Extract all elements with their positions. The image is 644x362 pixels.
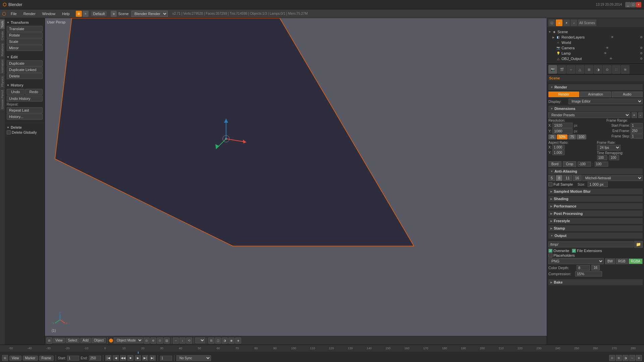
frame-step-input[interactable] bbox=[631, 134, 643, 139]
transform-icon3[interactable]: ⟲ bbox=[186, 338, 192, 344]
overwrite-checkbox[interactable]: Overwrite bbox=[548, 249, 569, 253]
tl-stop-btn[interactable]: ■ bbox=[127, 355, 133, 361]
history-title[interactable]: History bbox=[7, 82, 43, 88]
delete-globally-cb-box[interactable] bbox=[7, 130, 11, 134]
tl-extra-icon5[interactable]: ⊕ bbox=[636, 355, 642, 361]
dimensions-header[interactable]: Dimensions bbox=[548, 106, 643, 112]
tree-item-lamp[interactable]: 💡 Lamp 👁 ⚙ bbox=[548, 51, 643, 56]
close-button[interactable]: × bbox=[636, 2, 641, 7]
proportional-icon[interactable]: ⊙ bbox=[157, 338, 163, 344]
repeat-last-button[interactable]: Repeat Last bbox=[7, 107, 43, 113]
performance-header[interactable]: Performance bbox=[548, 203, 643, 209]
duplicate-button[interactable]: Duplicate bbox=[7, 60, 43, 66]
pivot-icon[interactable]: ◎ bbox=[144, 338, 150, 344]
rpt-render[interactable]: 📷 bbox=[548, 65, 557, 74]
tl-jump-start-btn[interactable]: |◀ bbox=[105, 355, 111, 361]
tl-extra-icon2[interactable]: ⊞ bbox=[616, 355, 622, 361]
rpt-particles[interactable]: ∷ bbox=[612, 65, 621, 74]
tree-item-obj-output[interactable]: △ OBJ_Output 👁 ⚙ bbox=[548, 56, 643, 61]
render-tab-audio[interactable]: Audio bbox=[612, 92, 643, 97]
rh-scene-icon[interactable]: ◈ bbox=[556, 19, 562, 26]
view-menu[interactable]: View bbox=[53, 338, 65, 343]
delete-button[interactable]: Delete bbox=[7, 73, 43, 79]
vtab-animation[interactable]: Animation bbox=[0, 58, 5, 74]
scene-toggle[interactable]: ▼ bbox=[548, 31, 552, 34]
rl-settings[interactable]: ⚙ bbox=[640, 36, 643, 39]
resolution-x-input[interactable] bbox=[552, 123, 573, 128]
output-browse-btn[interactable]: 📁 bbox=[634, 241, 643, 248]
menu-render[interactable]: Render bbox=[21, 11, 38, 16]
undo-button[interactable]: Undo bbox=[7, 89, 24, 95]
maximize-button[interactable]: □ bbox=[631, 2, 636, 7]
render-header[interactable]: Render bbox=[548, 84, 643, 90]
time-remap-new[interactable] bbox=[609, 155, 619, 160]
rh-all-scenes-btn[interactable]: All Scenes bbox=[578, 19, 596, 26]
edit-title[interactable]: Edit bbox=[7, 54, 43, 60]
placeholders-checkbox[interactable]: Placeholders bbox=[548, 253, 575, 257]
rl-visibility[interactable]: 👁 bbox=[611, 36, 614, 39]
add-menu[interactable]: Add bbox=[80, 338, 91, 343]
tl-marker-btn[interactable]: Marker bbox=[23, 356, 38, 361]
rpt-mesh[interactable]: ⊞ bbox=[585, 65, 593, 74]
resolution-y-input[interactable] bbox=[552, 128, 573, 134]
lamp-visibility[interactable]: 👁 bbox=[604, 52, 607, 55]
bord-y-input[interactable] bbox=[595, 162, 608, 167]
cam-settings[interactable]: ⚙ bbox=[640, 46, 643, 50]
cam-visibility[interactable]: 👁 bbox=[606, 46, 609, 50]
bord-x-input[interactable] bbox=[578, 162, 591, 167]
pct-75-btn[interactable]: 75 bbox=[568, 134, 576, 139]
history-ellipsis-button[interactable]: History... bbox=[7, 114, 43, 120]
layers-icon[interactable]: ⊞ bbox=[208, 338, 214, 344]
overlay-icon[interactable]: ◫ bbox=[215, 338, 221, 344]
color-depth-input[interactable] bbox=[577, 265, 590, 270]
output-header[interactable]: Output bbox=[548, 233, 643, 239]
engine-select[interactable]: Blender Render Cycles Render bbox=[131, 11, 168, 17]
presets-remove-btn[interactable]: - bbox=[638, 112, 643, 118]
aa-8-btn[interactable]: 8 bbox=[556, 175, 562, 181]
tl-extra-icon1[interactable]: ⊙ bbox=[609, 355, 615, 361]
output-path-input[interactable] bbox=[548, 241, 634, 247]
frame-rate-select[interactable]: 24 fps 25 fps 30 fps bbox=[597, 145, 621, 150]
undo-history-button[interactable]: Undo History bbox=[7, 96, 43, 102]
timeline-track[interactable] bbox=[0, 352, 644, 354]
pct-50-btn[interactable]: 50% bbox=[557, 134, 568, 139]
redo-button[interactable]: Redo bbox=[25, 89, 43, 95]
render-tab-animation[interactable]: Animation bbox=[580, 92, 611, 97]
file-ext-checkbox[interactable]: File Extensions bbox=[572, 249, 602, 253]
viewport-icon[interactable]: ⊞ bbox=[76, 11, 82, 17]
shading-icon[interactable]: ◑ bbox=[222, 338, 228, 344]
aa-16-btn[interactable]: 16 bbox=[573, 175, 582, 181]
tl-current-frame-input[interactable] bbox=[160, 356, 172, 361]
full-sample-cb[interactable] bbox=[548, 182, 552, 186]
vtab-grease-pencil[interactable]: Grease Pencil bbox=[0, 89, 5, 111]
rotate-button[interactable]: Rotate bbox=[7, 32, 43, 38]
rh-view-icon[interactable]: ◱ bbox=[548, 19, 555, 26]
aa-5-btn[interactable]: 5 bbox=[548, 175, 555, 181]
time-remap-old[interactable] bbox=[597, 155, 607, 160]
aspect-x-input[interactable] bbox=[552, 145, 565, 150]
viewport[interactable]: User Persp bbox=[45, 18, 547, 345]
select-menu[interactable]: Select bbox=[66, 338, 80, 343]
rl-toggle[interactable]: ▶ bbox=[552, 36, 556, 39]
duplicate-linked-button[interactable]: Duplicate Linked bbox=[7, 67, 43, 73]
delete-globally-checkbox[interactable]: Delete Globally bbox=[7, 130, 43, 134]
placeholders-cb[interactable] bbox=[548, 253, 552, 257]
tl-extra-icon3[interactable]: ◑ bbox=[623, 355, 629, 361]
tree-item-world[interactable]: ○ World bbox=[548, 40, 643, 45]
size-input[interactable] bbox=[588, 182, 608, 187]
timeline-icon[interactable]: ≡ bbox=[83, 11, 89, 17]
tree-item-scene[interactable]: ▼ ◈ Scene bbox=[548, 29, 643, 35]
aa-filter-select[interactable]: Mitchell-Netravali Gaussian bbox=[582, 175, 643, 181]
overwrite-cb[interactable] bbox=[548, 249, 552, 253]
post-processing-header[interactable]: Post Processing bbox=[548, 210, 643, 217]
menu-help[interactable]: Help bbox=[60, 11, 72, 16]
tl-jump-end-btn[interactable]: ▶| bbox=[150, 355, 156, 361]
snap-icon[interactable]: ⊕ bbox=[150, 338, 156, 344]
tl-view-btn[interactable]: View bbox=[9, 356, 21, 361]
view-mode-icon[interactable]: ⊞ bbox=[46, 338, 52, 344]
object-menu[interactable]: Object bbox=[92, 338, 106, 343]
tl-header-icon[interactable]: ⊞ bbox=[2, 355, 8, 361]
lock-icon[interactable]: ◈ bbox=[235, 338, 241, 344]
scale-button[interactable]: Scale bbox=[7, 39, 43, 45]
pct-100-btn[interactable]: 100 bbox=[577, 134, 586, 139]
